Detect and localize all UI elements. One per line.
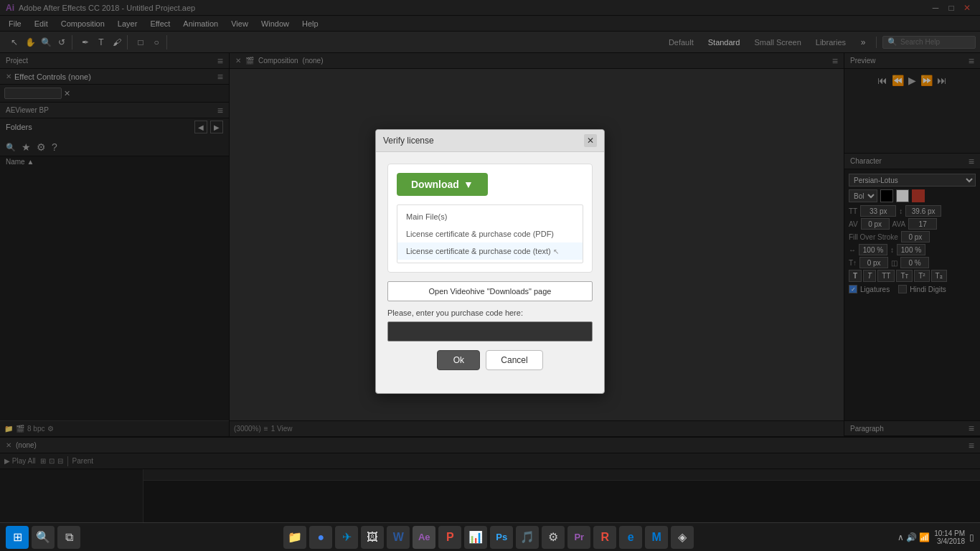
taskbar-premiere[interactable]: Pr bbox=[567, 526, 590, 549]
dialog-body: Download ▼ Main File(s) License certific… bbox=[376, 152, 604, 382]
taskbar-app-icons: 📁 ● ✈ 🖼 W Ae P 📊 Ps 🎵 ⚙ Pr R e M ◈ bbox=[86, 526, 892, 549]
taskbar-telegram[interactable]: ✈ bbox=[335, 526, 358, 549]
modal-overlay: Verify license ✕ Download ▼ Main File(s)… bbox=[0, 0, 980, 522]
taskbar-clock: 10:14 PM 3/4/2018 bbox=[934, 529, 965, 545]
taskbar-chrome[interactable]: ● bbox=[309, 526, 332, 549]
download-dropdown: Main File(s) License certificate & purch… bbox=[397, 204, 583, 263]
system-tray-icons: ∧ 🔊 📶 bbox=[897, 532, 930, 542]
taskbar-date: 3/4/2018 bbox=[934, 537, 965, 545]
dialog-buttons: Ok Cancel bbox=[387, 350, 593, 370]
download-option-text[interactable]: License certificate & purchase code (tex… bbox=[397, 242, 583, 260]
taskbar-left: ⊞ 🔍 ⧉ bbox=[0, 526, 86, 549]
taskbar-time: 10:14 PM bbox=[934, 529, 965, 537]
taskbar-edge[interactable]: e bbox=[619, 526, 642, 549]
download-option-main[interactable]: Main File(s) bbox=[397, 208, 583, 225]
taskbar-outlook[interactable]: M bbox=[645, 526, 668, 549]
taskbar-right: ∧ 🔊 📶 10:14 PM 3/4/2018 ▯ bbox=[892, 529, 980, 545]
taskbar-r[interactable]: R bbox=[593, 526, 616, 549]
taskbar-calc[interactable]: 📊 bbox=[464, 526, 487, 549]
taskbar: ⊞ 🔍 ⧉ 📁 ● ✈ 🖼 W Ae P 📊 Ps 🎵 ⚙ Pr R e M ◈… bbox=[0, 522, 980, 551]
taskbar-unknown[interactable]: ◈ bbox=[671, 526, 694, 549]
dialog-titlebar: Verify license ✕ bbox=[376, 130, 604, 152]
taskbar-img[interactable]: 🖼 bbox=[361, 526, 384, 549]
taskbar-ps[interactable]: Ps bbox=[490, 526, 513, 549]
purchase-code-input[interactable] bbox=[387, 321, 593, 342]
download-section: Download ▼ Main File(s) License certific… bbox=[387, 164, 593, 273]
taskbar-explorer[interactable]: 📁 bbox=[283, 526, 306, 549]
purchase-code-label: Please, enter you purchase code here: bbox=[387, 309, 593, 317]
start-button[interactable]: ⊞ bbox=[6, 526, 29, 549]
open-videohive-button[interactable]: Open Videohive "Downloads" page bbox=[387, 281, 593, 301]
download-button[interactable]: Download ▼ bbox=[397, 173, 488, 196]
download-option-pdf[interactable]: License certificate & purchase code (PDF… bbox=[397, 225, 583, 242]
show-desktop-btn[interactable]: ▯ bbox=[969, 532, 974, 542]
taskbar-word[interactable]: W bbox=[387, 526, 410, 549]
ok-button[interactable]: Ok bbox=[437, 350, 480, 370]
verify-dialog: Verify license ✕ Download ▼ Main File(s)… bbox=[375, 129, 605, 394]
dialog-close-btn[interactable]: ✕ bbox=[584, 134, 597, 147]
taskbar-music[interactable]: 🎵 bbox=[516, 526, 539, 549]
taskbar-taskview-btn[interactable]: ⧉ bbox=[57, 526, 80, 549]
taskbar-settings[interactable]: ⚙ bbox=[542, 526, 565, 549]
download-arrow-icon: ▼ bbox=[463, 179, 473, 190]
taskbar-p1[interactable]: P bbox=[438, 526, 461, 549]
cursor-icon: ↖ bbox=[553, 248, 559, 255]
taskbar-ae[interactable]: Ae bbox=[413, 526, 435, 549]
cancel-button[interactable]: Cancel bbox=[486, 350, 542, 370]
download-label: Download bbox=[411, 179, 459, 190]
dialog-title: Verify license bbox=[383, 136, 434, 146]
taskbar-search-btn[interactable]: 🔍 bbox=[32, 526, 55, 549]
